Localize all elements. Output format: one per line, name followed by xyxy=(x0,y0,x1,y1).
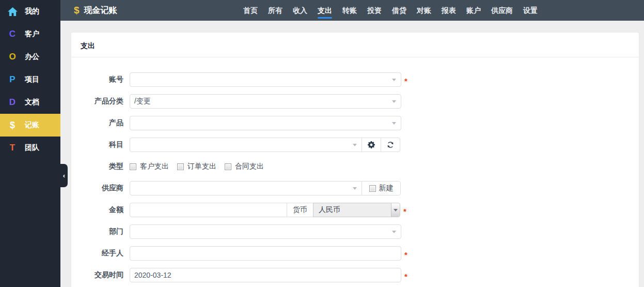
chevron-left-icon: ‹ xyxy=(63,172,65,179)
nav-item-transfer[interactable]: 转账 xyxy=(337,0,362,21)
home-icon xyxy=(7,7,18,16)
chevron-down-icon xyxy=(353,187,357,190)
nav-item-reports[interactable]: 报表 xyxy=(436,0,461,21)
form-row-product: 产品 xyxy=(71,116,639,130)
gear-icon xyxy=(368,141,375,148)
type-label: 类型 xyxy=(71,162,130,171)
department-label: 部门 xyxy=(71,227,130,236)
supplier-label: 供应商 xyxy=(71,184,130,193)
type-option-customer-expense[interactable]: 客户支出 xyxy=(130,162,169,171)
nav-item-expense[interactable]: 支出 xyxy=(312,0,337,21)
sidebar-item-label: 项目 xyxy=(25,75,39,84)
expense-card: 支出 账号 * 产品分类 /变更 xyxy=(71,32,639,287)
supplier-new-addon: 新建 xyxy=(362,181,401,195)
sidebar-item-documents[interactable]: D 文档 xyxy=(0,91,60,114)
amount-label: 金额 xyxy=(71,205,130,215)
sidebar-item-projects[interactable]: P 项目 xyxy=(0,68,60,91)
nav-item-investment[interactable]: 投资 xyxy=(362,0,387,21)
transaction-time-input[interactable] xyxy=(130,268,401,282)
subject-refresh-button[interactable] xyxy=(381,138,400,152)
nav-item-income[interactable]: 收入 xyxy=(288,0,312,21)
top-navigation: 首页 所有 收入 支出 转账 投资 借贷 对账 报表 账户 供应商 设置 xyxy=(238,0,543,21)
currency-select[interactable]: 人民币 xyxy=(313,203,400,217)
chevron-down-icon xyxy=(392,231,396,233)
handler-input[interactable] xyxy=(130,246,401,261)
letter-p-icon: P xyxy=(7,74,18,85)
form-row-supplier: 供应商 新建 xyxy=(71,181,639,195)
sidebar-item-label: 团队 xyxy=(25,143,39,153)
account-label: 账号 xyxy=(71,75,130,84)
form-row-account: 账号 * xyxy=(71,72,639,87)
product-label: 产品 xyxy=(71,118,130,128)
subject-select[interactable] xyxy=(130,138,362,152)
nav-item-reconciliation[interactable]: 对账 xyxy=(412,0,436,21)
letter-d-icon: D xyxy=(7,97,18,108)
required-marker: * xyxy=(404,272,407,281)
product-category-value: /变更 xyxy=(134,97,151,106)
nav-item-loan[interactable]: 借贷 xyxy=(387,0,412,21)
refresh-icon xyxy=(387,141,394,148)
sidebar-item-label: 客户 xyxy=(25,29,39,39)
subject-label: 科目 xyxy=(71,140,130,149)
sidebar-item-office[interactable]: O 办公 xyxy=(0,46,60,68)
sidebar-item-label: 我的 xyxy=(25,7,39,16)
topbar: $ 现金记账 首页 所有 收入 支出 转账 投资 借贷 对账 报表 账户 供应商… xyxy=(60,0,644,21)
main-content: 支出 账号 * 产品分类 /变更 xyxy=(60,21,644,287)
letter-o-icon: O xyxy=(7,52,18,62)
currency-value: 人民币 xyxy=(319,205,340,215)
app-title: 现金记账 xyxy=(84,5,117,16)
amount-input[interactable] xyxy=(130,203,287,217)
sidebar-item-bookkeeping[interactable]: $ 记账 xyxy=(0,114,60,137)
card-title: 支出 xyxy=(71,33,639,57)
new-supplier-label: 新建 xyxy=(379,184,394,193)
sidebar-item-my[interactable]: 我的 xyxy=(0,0,60,23)
nav-item-home[interactable]: 首页 xyxy=(238,0,263,21)
sidebar-item-customers[interactable]: C 客户 xyxy=(0,23,60,46)
type-option-contract-expense[interactable]: 合同支出 xyxy=(225,162,264,171)
chevron-down-icon xyxy=(392,122,396,125)
app-logo-dollar-icon: $ xyxy=(74,5,80,16)
product-category-select[interactable]: /变更 xyxy=(130,94,401,109)
chevron-down-icon[interactable] xyxy=(391,203,400,217)
nav-item-all[interactable]: 所有 xyxy=(263,0,288,21)
sidebar-collapse-button[interactable]: ‹ xyxy=(60,164,68,187)
form-row-amount: 金额 货币 人民币 * xyxy=(71,203,639,217)
form-row-product-category: 产品分类 /变更 xyxy=(71,94,639,109)
form-row-transaction-time: 交易时间 * xyxy=(71,268,639,282)
form-row-type: 类型 客户支出 订单支出 合同支出 xyxy=(71,159,639,174)
letter-t-icon: T xyxy=(7,143,18,153)
form-row-subject: 科目 xyxy=(71,138,639,152)
checkbox-icon[interactable] xyxy=(130,163,136,170)
sidebar-item-label: 文档 xyxy=(25,98,39,107)
sidebar-item-team[interactable]: T 团队 xyxy=(0,137,60,159)
transaction-time-label: 交易时间 xyxy=(71,270,130,280)
currency-addon-label: 货币 xyxy=(287,203,313,217)
account-select[interactable] xyxy=(130,72,401,87)
chevron-down-icon xyxy=(392,100,396,103)
nav-item-suppliers[interactable]: 供应商 xyxy=(486,0,518,21)
department-select[interactable] xyxy=(130,224,401,239)
required-marker: * xyxy=(404,77,407,85)
nav-item-accounts[interactable]: 账户 xyxy=(461,0,486,21)
product-category-label: 产品分类 xyxy=(71,97,130,106)
product-select[interactable] xyxy=(130,116,401,130)
required-marker: * xyxy=(403,207,406,216)
chevron-down-icon xyxy=(392,79,396,81)
letter-c-icon: C xyxy=(7,29,18,39)
sidebar: 我的 C 客户 O 办公 P 项目 D 文档 $ 记账 T 团队 xyxy=(0,0,60,287)
chevron-down-icon xyxy=(353,144,357,146)
checkbox-icon[interactable] xyxy=(177,163,184,170)
checkbox-icon[interactable] xyxy=(225,163,231,170)
subject-settings-button[interactable] xyxy=(362,138,381,152)
sidebar-item-label: 记账 xyxy=(25,120,39,130)
type-option-order-expense[interactable]: 订单支出 xyxy=(177,162,216,171)
form-row-department: 部门 xyxy=(71,224,639,239)
dollar-icon: $ xyxy=(7,120,18,131)
form-row-handler: 经手人 * xyxy=(71,246,639,261)
supplier-select[interactable] xyxy=(130,181,362,195)
nav-item-settings[interactable]: 设置 xyxy=(518,0,543,21)
new-supplier-checkbox[interactable] xyxy=(369,185,376,192)
expense-form: 账号 * 产品分类 /变更 xyxy=(71,57,639,282)
sidebar-item-label: 办公 xyxy=(25,52,39,62)
required-marker: * xyxy=(404,250,407,259)
